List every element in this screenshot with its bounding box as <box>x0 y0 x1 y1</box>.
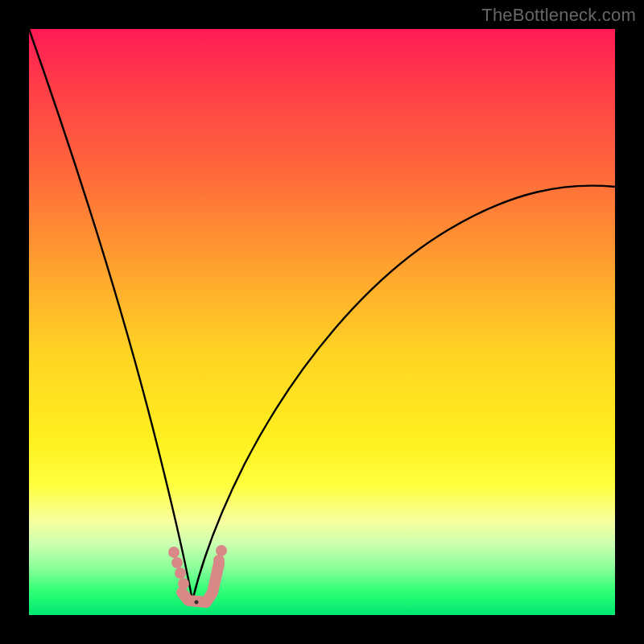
optimum-point <box>195 601 199 605</box>
svg-point-4 <box>213 555 225 566</box>
bottleneck-curve-right <box>192 186 615 601</box>
svg-point-2 <box>175 568 186 579</box>
svg-point-5 <box>216 545 227 556</box>
watermark-text: TheBottleneck.com <box>481 5 636 26</box>
svg-point-1 <box>171 557 183 568</box>
bottleneck-chart-svg <box>29 29 615 615</box>
optimum-marker <box>168 545 227 605</box>
bottleneck-curve-left <box>29 29 192 601</box>
svg-point-0 <box>168 547 180 558</box>
chart-frame: TheBottleneck.com <box>0 0 644 644</box>
plot-area <box>29 29 615 615</box>
